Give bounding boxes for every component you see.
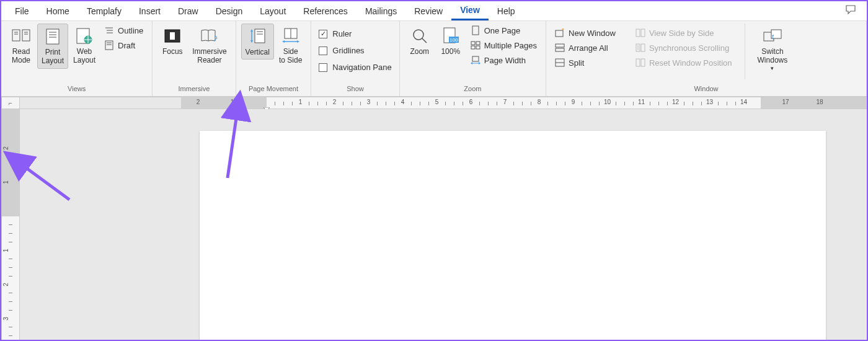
draft-icon	[104, 40, 114, 50]
group-immersive-label: Immersive	[157, 84, 230, 95]
page-width-label: Page Width	[484, 56, 526, 65]
menu-design[interactable]: Design	[207, 2, 252, 20]
new-window-button[interactable]: New Window	[551, 26, 619, 40]
menu-help[interactable]: Help	[489, 2, 524, 20]
outline-label: Outline	[118, 26, 143, 35]
switch-windows-label: Switch Windows	[758, 47, 788, 65]
multiple-pages-button[interactable]: Multiple Pages	[467, 38, 541, 52]
draft-label: Draft	[118, 41, 135, 50]
menu-templafy[interactable]: Templafy	[78, 2, 130, 20]
multiple-pages-icon	[471, 40, 480, 50]
zoom-button[interactable]: Zoom	[405, 24, 435, 58]
group-window-label: Window	[551, 84, 861, 95]
svg-rect-54	[636, 29, 640, 37]
svg-rect-57	[641, 44, 645, 51]
vertical-button[interactable]: Vertical	[241, 24, 274, 60]
immersive-reader-button[interactable]: Immersive Reader	[188, 24, 230, 68]
svg-text:100: 100	[450, 37, 458, 43]
svg-rect-51	[556, 48, 564, 51]
vertical-ruler[interactable]: 211234	[1, 109, 20, 340]
ruler-checkbox[interactable]: ✓ Ruler	[316, 26, 394, 42]
one-page-button[interactable]: One Page	[467, 24, 541, 37]
svg-marker-26	[250, 29, 253, 32]
navigation-pane-label: Navigation Pane	[332, 63, 391, 72]
arrange-all-icon	[555, 43, 565, 53]
menu-view[interactable]: View	[451, 1, 489, 20]
split-label: Split	[569, 58, 584, 68]
print-layout-icon	[43, 27, 63, 46]
zoom-label: Zoom	[410, 47, 429, 56]
svg-rect-1	[22, 30, 30, 41]
svg-rect-38	[472, 26, 479, 35]
new-window-label: New Window	[569, 29, 616, 38]
switch-windows-button[interactable]: Switch Windows ▾	[754, 24, 792, 74]
svg-marker-45	[471, 62, 472, 64]
menu-review[interactable]: Review	[405, 2, 451, 20]
vertical-icon	[247, 27, 267, 46]
split-icon	[555, 58, 565, 68]
arrange-all-button[interactable]: Arrange All	[551, 41, 619, 55]
svg-rect-41	[471, 46, 475, 49]
svg-rect-17	[105, 41, 113, 50]
read-mode-button[interactable]: Read Mode	[6, 24, 36, 68]
menu-insert[interactable]: Insert	[130, 2, 169, 20]
switch-windows-icon	[763, 26, 782, 46]
menu-references[interactable]: References	[294, 2, 356, 20]
focus-button[interactable]: Focus	[157, 24, 187, 58]
read-mode-label: Read Mode	[12, 47, 30, 65]
group-show: ✓ Ruler Gridlines Navigation Pane Show	[311, 21, 399, 96]
page-width-button[interactable]: Page Width	[467, 53, 541, 67]
draft-button[interactable]: Draft	[100, 38, 147, 52]
group-page-movement: Vertical Side to Side Page Movement	[236, 21, 312, 96]
menu-draw[interactable]: Draw	[169, 2, 207, 20]
svg-rect-22	[255, 29, 265, 43]
canvas[interactable]	[20, 109, 867, 340]
group-show-label: Show	[316, 84, 394, 95]
comments-icon[interactable]	[841, 2, 862, 20]
group-window: New Window Arrange All Split View Side b…	[546, 21, 867, 96]
group-views: Read Mode Print Layout Web Layout Outlin…	[1, 21, 153, 96]
menu-file[interactable]: File	[6, 2, 38, 20]
svg-rect-55	[641, 29, 645, 37]
horizontal-ruler[interactable]: 2112345678910111213141718	[20, 97, 867, 109]
page-width-icon	[471, 55, 480, 65]
view-side-by-side-button: View Side by Side	[632, 26, 736, 40]
chevron-down-icon: ▾	[771, 65, 774, 72]
checkbox-icon	[319, 63, 327, 72]
synchronous-scrolling-button: Synchronous Scrolling	[632, 41, 736, 55]
svg-point-33	[414, 30, 423, 40]
navigation-pane-checkbox[interactable]: Navigation Pane	[316, 60, 394, 75]
menu-home[interactable]: Home	[38, 2, 78, 20]
one-page-label: One Page	[484, 26, 521, 35]
web-layout-button[interactable]: Web Layout	[69, 24, 99, 68]
arrange-all-label: Arrange All	[569, 43, 608, 53]
web-layout-icon	[74, 26, 94, 46]
group-views-label: Views	[6, 84, 147, 95]
vertical-label: Vertical	[246, 48, 270, 56]
side-to-side-button[interactable]: Side to Side	[275, 24, 306, 68]
svg-rect-50	[556, 44, 564, 47]
zoom-icon	[410, 26, 430, 46]
zoom-100-button[interactable]: 100 100%	[436, 24, 466, 58]
immersive-reader-icon	[200, 26, 219, 46]
svg-rect-6	[46, 29, 59, 44]
print-layout-button[interactable]: Print Layout	[37, 24, 68, 69]
reset-window-position-label: Reset Window Position	[649, 58, 732, 68]
svg-marker-46	[479, 62, 480, 64]
document-page[interactable]	[200, 131, 826, 341]
view-side-by-side-icon	[636, 28, 645, 38]
gridlines-checkbox[interactable]: Gridlines	[316, 43, 394, 58]
focus-label: Focus	[162, 47, 183, 56]
outline-button[interactable]: Outline	[100, 24, 147, 37]
group-zoom: Zoom 100 100% One Page Multiple Pages Pa…	[400, 21, 546, 96]
svg-rect-43	[472, 56, 479, 61]
svg-marker-31	[282, 40, 285, 43]
svg-rect-21	[170, 32, 175, 40]
group-zoom-label: Zoom	[405, 84, 541, 95]
menu-mailings[interactable]: Mailings	[356, 2, 405, 20]
zoom-100-icon: 100	[441, 26, 461, 46]
menu-layout[interactable]: Layout	[251, 2, 294, 20]
ruler-corner[interactable]: ⌐	[1, 97, 20, 109]
view-side-by-side-label: View Side by Side	[649, 29, 714, 38]
split-button[interactable]: Split	[551, 56, 619, 69]
